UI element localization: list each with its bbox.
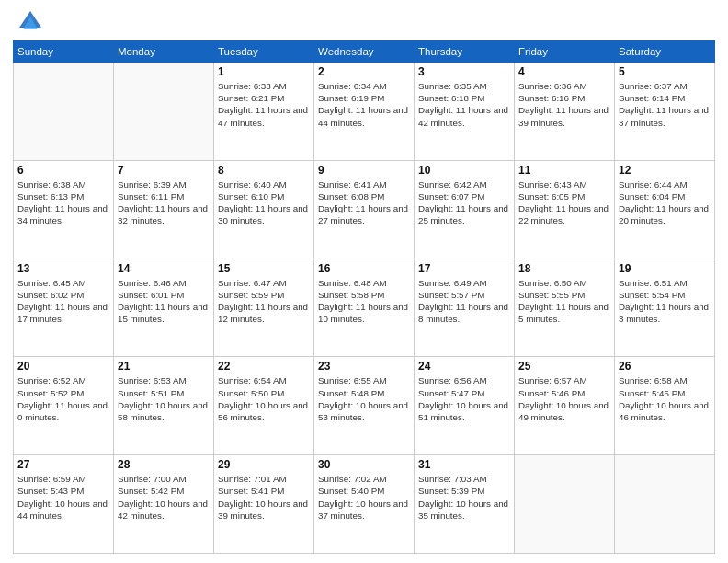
day-info: Sunrise: 6:48 AM Sunset: 5:58 PM Dayligh…	[318, 277, 410, 326]
calendar-cell: 24Sunrise: 6:56 AM Sunset: 5:47 PM Dayli…	[415, 357, 515, 455]
day-info: Sunrise: 6:45 AM Sunset: 6:02 PM Dayligh…	[17, 277, 109, 326]
calendar-cell	[14, 63, 114, 161]
day-info: Sunrise: 6:44 AM Sunset: 6:04 PM Dayligh…	[619, 178, 711, 227]
calendar-cell: 16Sunrise: 6:48 AM Sunset: 5:58 PM Dayli…	[314, 259, 415, 357]
day-info: Sunrise: 6:42 AM Sunset: 6:07 PM Dayligh…	[418, 178, 510, 227]
day-number: 21	[118, 360, 210, 373]
day-info: Sunrise: 6:46 AM Sunset: 6:01 PM Dayligh…	[118, 277, 210, 326]
day-number: 3	[418, 65, 510, 78]
calendar-cell: 19Sunrise: 6:51 AM Sunset: 5:54 PM Dayli…	[615, 259, 715, 357]
day-info: Sunrise: 6:40 AM Sunset: 6:10 PM Dayligh…	[218, 178, 310, 227]
calendar-cell: 5Sunrise: 6:37 AM Sunset: 6:14 PM Daylig…	[615, 63, 715, 161]
calendar-week-row: 1Sunrise: 6:33 AM Sunset: 6:21 PM Daylig…	[14, 63, 715, 161]
calendar-cell	[114, 63, 214, 161]
day-info: Sunrise: 7:01 AM Sunset: 5:41 PM Dayligh…	[218, 473, 310, 522]
day-info: Sunrise: 6:56 AM Sunset: 5:47 PM Dayligh…	[418, 374, 510, 423]
calendar-week-row: 6Sunrise: 6:38 AM Sunset: 6:13 PM Daylig…	[14, 160, 715, 259]
calendar-cell: 17Sunrise: 6:49 AM Sunset: 5:57 PM Dayli…	[415, 259, 515, 357]
day-number: 16	[318, 262, 410, 275]
day-info: Sunrise: 6:36 AM Sunset: 6:16 PM Dayligh…	[518, 80, 610, 129]
calendar-cell: 28Sunrise: 7:00 AM Sunset: 5:42 PM Dayli…	[114, 455, 214, 554]
calendar-cell: 11Sunrise: 6:43 AM Sunset: 6:05 PM Dayli…	[515, 160, 615, 259]
day-number: 2	[318, 65, 410, 78]
logo-icon	[17, 9, 43, 35]
calendar-cell: 3Sunrise: 6:35 AM Sunset: 6:18 PM Daylig…	[415, 63, 515, 161]
day-number: 8	[218, 164, 310, 177]
day-info: Sunrise: 7:00 AM Sunset: 5:42 PM Dayligh…	[118, 473, 210, 522]
day-info: Sunrise: 6:37 AM Sunset: 6:14 PM Dayligh…	[619, 80, 711, 129]
day-number: 10	[418, 164, 510, 177]
day-info: Sunrise: 6:41 AM Sunset: 6:08 PM Dayligh…	[318, 178, 410, 227]
day-number: 28	[118, 458, 210, 471]
day-info: Sunrise: 6:43 AM Sunset: 6:05 PM Dayligh…	[518, 178, 610, 227]
calendar-cell: 7Sunrise: 6:39 AM Sunset: 6:11 PM Daylig…	[114, 160, 214, 259]
day-info: Sunrise: 6:55 AM Sunset: 5:48 PM Dayligh…	[318, 374, 410, 423]
day-number: 7	[118, 164, 210, 177]
calendar-cell: 15Sunrise: 6:47 AM Sunset: 5:59 PM Dayli…	[214, 259, 314, 357]
calendar-cell: 4Sunrise: 6:36 AM Sunset: 6:16 PM Daylig…	[515, 63, 615, 161]
calendar-day-header: Tuesday	[214, 41, 314, 63]
calendar-cell: 21Sunrise: 6:53 AM Sunset: 5:51 PM Dayli…	[114, 357, 214, 455]
day-number: 19	[619, 262, 711, 275]
day-number: 4	[518, 65, 610, 78]
day-number: 11	[518, 164, 610, 177]
day-info: Sunrise: 6:50 AM Sunset: 5:55 PM Dayligh…	[518, 277, 610, 326]
day-number: 9	[318, 164, 410, 177]
calendar-cell: 1Sunrise: 6:33 AM Sunset: 6:21 PM Daylig…	[214, 63, 314, 161]
day-info: Sunrise: 7:02 AM Sunset: 5:40 PM Dayligh…	[318, 473, 410, 522]
calendar-cell: 8Sunrise: 6:40 AM Sunset: 6:10 PM Daylig…	[214, 160, 314, 259]
calendar-day-header: Friday	[515, 41, 615, 63]
calendar-day-header: Thursday	[415, 41, 515, 63]
day-number: 29	[218, 458, 310, 471]
calendar-cell: 29Sunrise: 7:01 AM Sunset: 5:41 PM Dayli…	[214, 455, 314, 554]
day-info: Sunrise: 6:47 AM Sunset: 5:59 PM Dayligh…	[218, 277, 310, 326]
calendar-cell: 27Sunrise: 6:59 AM Sunset: 5:43 PM Dayli…	[14, 455, 114, 554]
day-number: 24	[418, 360, 510, 373]
day-info: Sunrise: 6:35 AM Sunset: 6:18 PM Dayligh…	[418, 80, 510, 129]
calendar-table: SundayMondayTuesdayWednesdayThursdayFrid…	[13, 40, 715, 554]
day-number: 17	[418, 262, 510, 275]
day-info: Sunrise: 6:51 AM Sunset: 5:54 PM Dayligh…	[619, 277, 711, 326]
day-info: Sunrise: 6:52 AM Sunset: 5:52 PM Dayligh…	[17, 374, 109, 423]
day-number: 26	[619, 360, 711, 373]
day-number: 22	[218, 360, 310, 373]
day-number: 27	[17, 458, 109, 471]
day-info: Sunrise: 6:33 AM Sunset: 6:21 PM Dayligh…	[218, 80, 310, 129]
calendar-cell: 9Sunrise: 6:41 AM Sunset: 6:08 PM Daylig…	[314, 160, 415, 259]
calendar-day-header: Sunday	[14, 41, 114, 63]
logo	[13, 9, 43, 35]
calendar-cell: 26Sunrise: 6:58 AM Sunset: 5:45 PM Dayli…	[615, 357, 715, 455]
calendar-cell: 13Sunrise: 6:45 AM Sunset: 6:02 PM Dayli…	[14, 259, 114, 357]
day-number: 15	[218, 262, 310, 275]
page-header	[13, 9, 715, 35]
calendar-week-row: 27Sunrise: 6:59 AM Sunset: 5:43 PM Dayli…	[14, 455, 715, 554]
day-number: 31	[418, 458, 510, 471]
day-number: 25	[518, 360, 610, 373]
calendar-cell: 14Sunrise: 6:46 AM Sunset: 6:01 PM Dayli…	[114, 259, 214, 357]
calendar-cell: 10Sunrise: 6:42 AM Sunset: 6:07 PM Dayli…	[415, 160, 515, 259]
calendar-cell: 30Sunrise: 7:02 AM Sunset: 5:40 PM Dayli…	[314, 455, 415, 554]
day-number: 23	[318, 360, 410, 373]
day-info: Sunrise: 6:39 AM Sunset: 6:11 PM Dayligh…	[118, 178, 210, 227]
calendar-cell: 20Sunrise: 6:52 AM Sunset: 5:52 PM Dayli…	[14, 357, 114, 455]
calendar-week-row: 20Sunrise: 6:52 AM Sunset: 5:52 PM Dayli…	[14, 357, 715, 455]
day-number: 5	[619, 65, 711, 78]
calendar-cell: 22Sunrise: 6:54 AM Sunset: 5:50 PM Dayli…	[214, 357, 314, 455]
day-info: Sunrise: 6:54 AM Sunset: 5:50 PM Dayligh…	[218, 374, 310, 423]
calendar-cell: 25Sunrise: 6:57 AM Sunset: 5:46 PM Dayli…	[515, 357, 615, 455]
calendar-cell: 2Sunrise: 6:34 AM Sunset: 6:19 PM Daylig…	[314, 63, 415, 161]
day-info: Sunrise: 6:53 AM Sunset: 5:51 PM Dayligh…	[118, 374, 210, 423]
calendar-day-header: Wednesday	[314, 41, 415, 63]
calendar-header-row: SundayMondayTuesdayWednesdayThursdayFrid…	[14, 41, 715, 63]
day-info: Sunrise: 6:59 AM Sunset: 5:43 PM Dayligh…	[17, 473, 109, 522]
calendar-cell: 6Sunrise: 6:38 AM Sunset: 6:13 PM Daylig…	[14, 160, 114, 259]
calendar-cell: 12Sunrise: 6:44 AM Sunset: 6:04 PM Dayli…	[615, 160, 715, 259]
day-number: 1	[218, 65, 310, 78]
day-number: 18	[518, 262, 610, 275]
day-info: Sunrise: 6:58 AM Sunset: 5:45 PM Dayligh…	[619, 374, 711, 423]
day-number: 6	[17, 164, 109, 177]
calendar-cell	[515, 455, 615, 554]
calendar-cell	[615, 455, 715, 554]
day-info: Sunrise: 6:34 AM Sunset: 6:19 PM Dayligh…	[318, 80, 410, 129]
day-number: 30	[318, 458, 410, 471]
